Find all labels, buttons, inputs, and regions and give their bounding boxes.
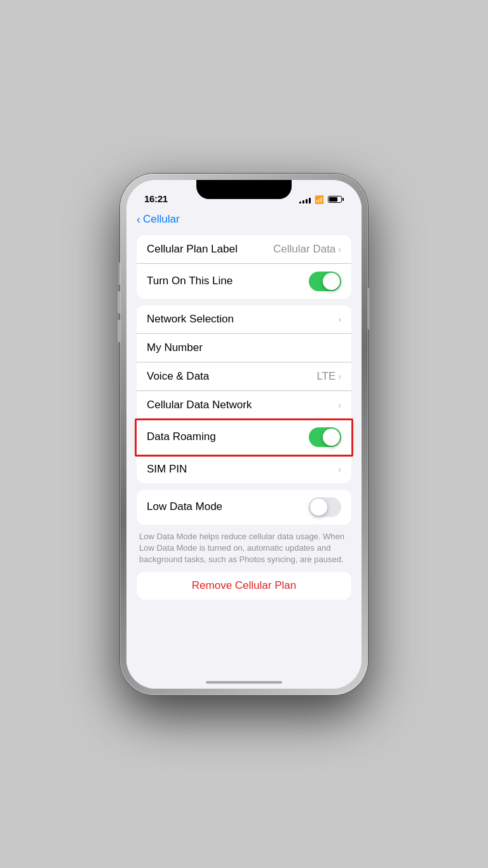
turn-on-line-toggle[interactable] [309, 272, 341, 291]
low-data-mode-toggle[interactable] [309, 497, 341, 517]
voice-data-value: LTE [316, 370, 336, 383]
cellular-data-network-label: Cellular Data Network [147, 399, 252, 411]
battery-icon [328, 196, 344, 203]
chevron-right-icon: › [338, 244, 341, 254]
phone-device: 16:21 📶 [120, 174, 368, 695]
chevron-right-icon: › [338, 400, 341, 410]
low-data-desc: Low Data Mode helps reduce cellular data… [137, 531, 351, 566]
chevron-right-icon: › [338, 464, 341, 474]
data-roaming-toggle[interactable] [309, 427, 341, 447]
phone-screen: 16:21 📶 [126, 180, 362, 689]
my-number-row[interactable]: My Number [137, 334, 351, 362]
toggle-knob [323, 429, 340, 446]
remove-plan-row[interactable]: Remove Cellular Plan [137, 572, 351, 600]
low-data-mode-label: Low Data Mode [147, 500, 222, 513]
screen-content: ‹ Cellular Cellular Plan Label Cellular … [126, 208, 362, 689]
nav-bar: ‹ Cellular [126, 208, 362, 229]
settings-group-3: Low Data Mode [137, 490, 351, 525]
wifi-icon: 📶 [315, 195, 324, 204]
back-label: Cellular [143, 213, 180, 226]
sim-pin-row[interactable]: SIM PIN › [137, 455, 351, 483]
turn-on-line-row: Turn On This Line [137, 264, 351, 299]
network-selection-row[interactable]: Network Selection › [137, 305, 351, 334]
sim-pin-label: SIM PIN [147, 463, 187, 476]
back-button[interactable]: ‹ Cellular [137, 213, 351, 226]
settings-group-1: Cellular Plan Label Cellular Data › Turn… [137, 235, 351, 299]
cellular-plan-label-value: Cellular Data [273, 243, 336, 256]
remove-plan-label: Remove Cellular Plan [192, 579, 296, 592]
status-time: 16:21 [144, 193, 168, 204]
turn-on-line-label: Turn On This Line [147, 275, 233, 287]
low-data-mode-row: Low Data Mode [137, 490, 351, 525]
notch [196, 180, 292, 199]
toggle-knob [310, 499, 327, 516]
back-chevron-icon: ‹ [137, 213, 140, 226]
signal-icon [299, 196, 311, 203]
data-roaming-row: Data Roaming [137, 420, 351, 455]
settings-group-2: Network Selection › My Number Voice & Da… [137, 305, 351, 483]
toggle-knob [323, 273, 340, 290]
cellular-plan-label-right: Cellular Data › [273, 243, 341, 256]
my-number-label: My Number [147, 341, 203, 354]
voice-data-label: Voice & Data [147, 370, 209, 383]
data-roaming-highlight-wrapper: Data Roaming [137, 420, 351, 455]
cellular-plan-label-row[interactable]: Cellular Plan Label Cellular Data › [137, 235, 351, 264]
voice-data-row[interactable]: Voice & Data LTE › [137, 362, 351, 391]
data-roaming-label: Data Roaming [147, 431, 216, 443]
home-indicator [206, 681, 282, 684]
network-selection-label: Network Selection [147, 313, 234, 326]
chevron-right-icon: › [338, 371, 341, 382]
chevron-right-icon: › [338, 314, 341, 324]
remove-plan-group: Remove Cellular Plan [137, 572, 351, 600]
cellular-data-network-row[interactable]: Cellular Data Network › [137, 391, 351, 420]
cellular-plan-label-text: Cellular Plan Label [147, 243, 238, 256]
status-icons: 📶 [299, 195, 344, 204]
